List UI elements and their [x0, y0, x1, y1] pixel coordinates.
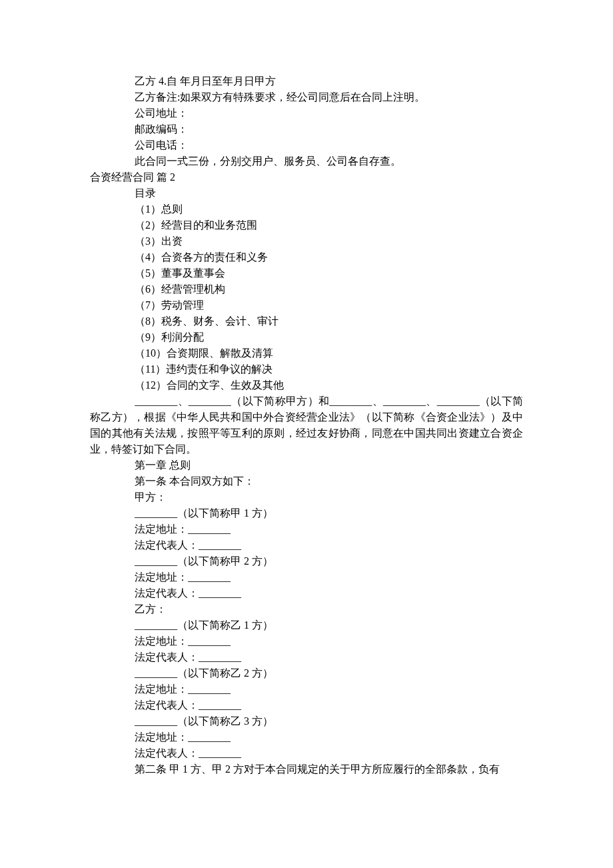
party-label: 乙方：: [90, 601, 523, 617]
toc-item: （3）出资: [90, 233, 523, 249]
party-name-line: ________（以下简称乙 3 方）: [90, 713, 523, 729]
party-name-line: ________（以下简称甲 2 方）: [90, 553, 523, 569]
article-heading: 第二条 甲 1 方、甲 2 方对于本合同规定的关于甲方所应履行的全部条款，负有: [90, 761, 523, 777]
toc-item: （8）税务、财务、会计、审计: [90, 313, 523, 329]
body-line: 公司地址：: [90, 105, 523, 121]
address-line: 法定地址：________: [90, 633, 523, 649]
body-line: 乙方备注:如果双方有特殊要求，经公司同意后在合同上注明。: [90, 89, 523, 105]
toc-item: （10）合资期限、解散及清算: [90, 345, 523, 361]
address-line: 法定地址：________: [90, 521, 523, 537]
toc-item: （12）合同的文字、生效及其他: [90, 377, 523, 393]
article-heading: 第一条 本合同双方如下：: [90, 473, 523, 489]
body-line: 乙方 4.自 年月日至年月日甲方: [90, 73, 523, 89]
party-label: 甲方：: [90, 489, 523, 505]
representative-line: 法定代表人：________: [90, 697, 523, 713]
body-line: 公司电话：: [90, 137, 523, 153]
toc-item: （11）违约责任和争议的解决: [90, 361, 523, 377]
representative-line: 法定代表人：________: [90, 649, 523, 665]
representative-line: 法定代表人：________: [90, 745, 523, 761]
body-line: 邮政编码：: [90, 121, 523, 137]
address-line: 法定地址：________: [90, 729, 523, 745]
toc-item: （9）利润分配: [90, 329, 523, 345]
representative-line: 法定代表人：________: [90, 537, 523, 553]
toc-item: （5）董事及董事会: [90, 265, 523, 281]
party-name-line: ________（以下简称乙 1 方）: [90, 617, 523, 633]
toc-item: （7）劳动管理: [90, 297, 523, 313]
toc-item: （4）合资各方的责任和义务: [90, 249, 523, 265]
section-heading: 合资经营合同 篇 2: [90, 169, 523, 185]
representative-line: 法定代表人：________: [90, 585, 523, 601]
body-line: 此合同一式三份，分别交用户、服务员、公司各自存查。: [90, 153, 523, 169]
toc-item: （6）经营管理机构: [90, 281, 523, 297]
toc-heading: 目录: [90, 185, 523, 201]
address-line: 法定地址：________: [90, 569, 523, 585]
toc-item: （1）总则: [90, 201, 523, 217]
paragraph: ________、________（以下简称甲方）和________、_____…: [90, 393, 523, 457]
chapter-heading: 第一章 总则: [90, 457, 523, 473]
document-page: 乙方 4.自 年月日至年月日甲方 乙方备注:如果双方有特殊要求，经公司同意后在合…: [0, 0, 613, 844]
party-name-line: ________（以下简称乙 2 方）: [90, 665, 523, 681]
toc-item: （2）经营目的和业务范围: [90, 217, 523, 233]
party-name-line: ________（以下简称甲 1 方）: [90, 505, 523, 521]
address-line: 法定地址：________: [90, 681, 523, 697]
